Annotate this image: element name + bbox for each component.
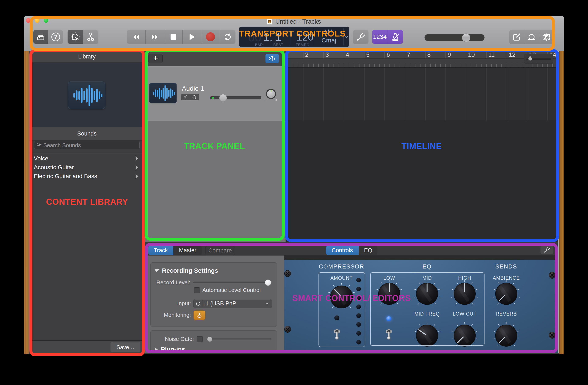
desktop-wallpaper-left [24,51,29,354]
annotation-label-smart-controls: SMART CONTROL/ EDITORS [292,293,411,303]
screenshot: Untitled - Tracks ? [0,0,588,385]
desktop-wallpaper-right [559,51,564,354]
annotation-label-content-library: CONTENT LIBRARY [46,197,128,207]
annotation-label-track-panel: TRACK PANEL [184,142,245,151]
annotation-rect-transport [30,16,555,51]
annotation-label-timeline: TIMELINE [401,142,442,151]
